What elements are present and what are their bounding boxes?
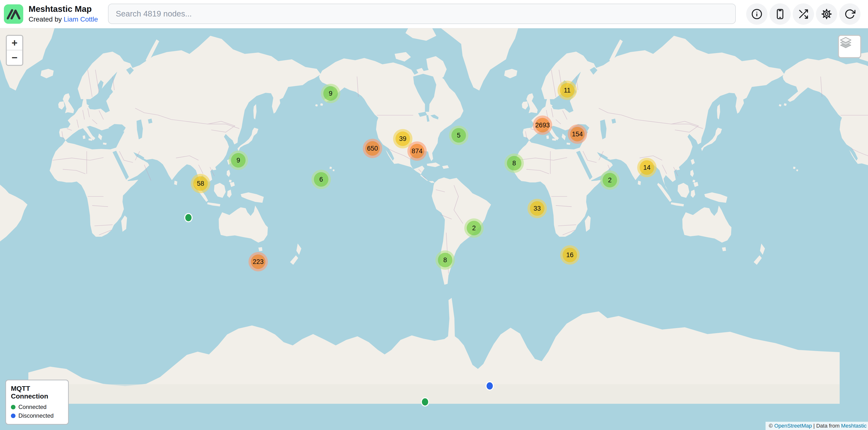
cluster-count: 33 bbox=[530, 201, 545, 216]
cluster-count: 16 bbox=[563, 248, 577, 262]
settings-button[interactable] bbox=[816, 3, 837, 25]
node-marker-connected[interactable] bbox=[421, 397, 429, 406]
cluster-marker[interactable]: 9 bbox=[228, 151, 248, 170]
cluster-marker[interactable]: 9 bbox=[321, 84, 340, 103]
cluster-count: 154 bbox=[570, 127, 585, 141]
gear-icon bbox=[821, 8, 832, 20]
cluster-count: 8 bbox=[507, 156, 521, 170]
page-title: Meshtastic Map bbox=[29, 3, 98, 14]
cluster-marker[interactable]: 58 bbox=[191, 174, 210, 193]
search-input[interactable] bbox=[108, 4, 736, 24]
cluster-count: 8 bbox=[438, 253, 453, 267]
cluster-count: 6 bbox=[314, 172, 329, 187]
shuffle-icon bbox=[798, 8, 809, 20]
map-attribution: © OpenStreetMap | Data from Meshtastic bbox=[766, 422, 868, 430]
info-icon bbox=[751, 8, 763, 20]
legend-item-connected: Connected bbox=[11, 404, 63, 410]
node-marker-connected[interactable] bbox=[184, 213, 192, 222]
device-button[interactable] bbox=[769, 3, 791, 25]
legend-title: MQTT Connection bbox=[11, 385, 63, 400]
meshtastic-link[interactable]: Meshtastic bbox=[841, 423, 867, 429]
cluster-marker[interactable]: 223 bbox=[248, 252, 268, 271]
zoom-out-button[interactable]: − bbox=[7, 51, 22, 65]
byline-prefix: Created by bbox=[29, 15, 64, 23]
layers-icon bbox=[839, 36, 852, 49]
cluster-marker[interactable]: 11 bbox=[558, 80, 577, 100]
cluster-count: 5 bbox=[452, 128, 466, 143]
copyright-symbol: © bbox=[769, 423, 774, 429]
cluster-count: 2 bbox=[467, 221, 481, 235]
cluster-marker[interactable]: 16 bbox=[560, 245, 580, 265]
ice-shelf-band bbox=[28, 384, 840, 404]
node-marker-disconnected[interactable] bbox=[486, 381, 494, 391]
cluster-count: 223 bbox=[251, 255, 266, 269]
legend-item-disconnected: Disconnected bbox=[11, 412, 63, 419]
mqtt-legend: MQTT Connection Connected Disconnected bbox=[5, 379, 69, 425]
refresh-icon bbox=[844, 8, 856, 20]
cluster-marker[interactable]: 6 bbox=[311, 170, 331, 189]
cluster-count: 14 bbox=[640, 160, 654, 175]
cluster-count: 9 bbox=[323, 86, 338, 101]
disconnected-dot-icon bbox=[11, 414, 16, 418]
cluster-count: 2 bbox=[602, 173, 617, 188]
map-canvas[interactable]: + − 939650874511269315481423395862168223… bbox=[0, 28, 868, 430]
cluster-count: 11 bbox=[560, 83, 575, 98]
cluster-marker[interactable]: 2693 bbox=[533, 115, 552, 135]
osm-link[interactable]: OpenStreetMap bbox=[774, 423, 812, 429]
cluster-count: 650 bbox=[365, 141, 380, 156]
cluster-count: 39 bbox=[396, 131, 410, 146]
smartphone-icon bbox=[775, 8, 786, 20]
cluster-count: 2693 bbox=[535, 118, 550, 132]
cluster-count: 874 bbox=[410, 144, 424, 158]
byline: Created by Liam Cottle bbox=[29, 14, 98, 24]
world-map bbox=[0, 28, 868, 430]
cluster-count: 58 bbox=[193, 176, 208, 191]
info-button[interactable] bbox=[746, 3, 768, 25]
cluster-marker[interactable]: 33 bbox=[527, 199, 547, 218]
cluster-count: 9 bbox=[231, 153, 246, 168]
cluster-marker[interactable]: 2 bbox=[600, 170, 620, 190]
cluster-marker[interactable]: 8 bbox=[504, 154, 524, 173]
zoom-control: + − bbox=[6, 35, 23, 66]
legend-item-label: Disconnected bbox=[19, 412, 54, 419]
app-header: Meshtastic Map Created by Liam Cottle bbox=[0, 0, 868, 28]
attribution-separator: | Data from bbox=[812, 423, 841, 429]
shuffle-button[interactable] bbox=[793, 3, 814, 25]
cluster-marker[interactable]: 14 bbox=[637, 158, 657, 177]
cluster-marker[interactable]: 2 bbox=[464, 219, 484, 238]
cluster-marker[interactable]: 5 bbox=[449, 126, 468, 145]
connected-dot-icon bbox=[11, 405, 16, 409]
zoom-in-button[interactable]: + bbox=[7, 36, 22, 51]
legend-item-label: Connected bbox=[19, 404, 46, 410]
cluster-marker[interactable]: 874 bbox=[407, 141, 427, 161]
layers-control[interactable] bbox=[838, 35, 861, 58]
meshtastic-logo-icon bbox=[4, 4, 23, 24]
cluster-marker[interactable]: 8 bbox=[435, 250, 455, 270]
refresh-button[interactable] bbox=[839, 3, 861, 25]
cluster-marker[interactable]: 154 bbox=[568, 125, 587, 144]
author-link[interactable]: Liam Cottle bbox=[64, 15, 98, 23]
cluster-marker[interactable]: 650 bbox=[363, 139, 382, 158]
